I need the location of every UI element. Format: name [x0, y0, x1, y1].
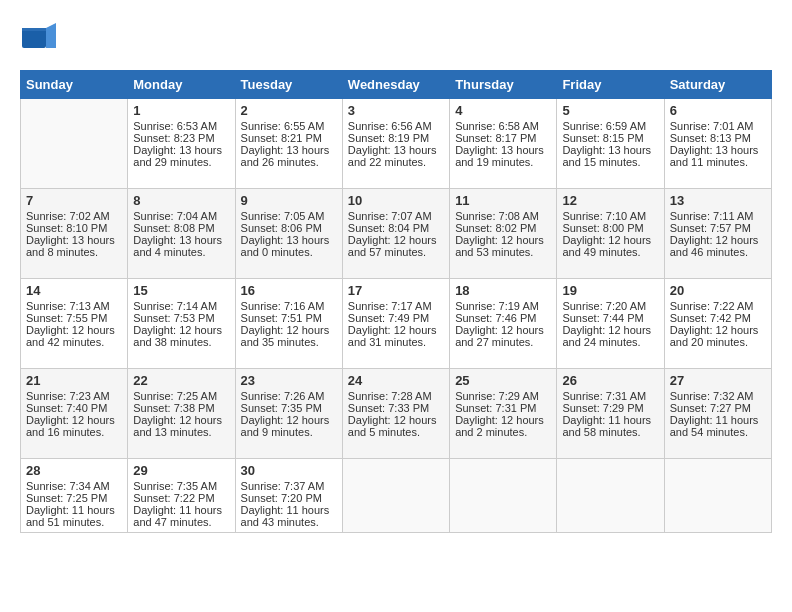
day-number: 4: [455, 103, 551, 118]
day-info-line: Sunset: 7:38 PM: [133, 402, 229, 414]
calendar-cell: [664, 459, 771, 533]
calendar-cell: [557, 459, 664, 533]
calendar-cell: 25Sunrise: 7:29 AMSunset: 7:31 PMDayligh…: [450, 369, 557, 459]
day-number: 22: [133, 373, 229, 388]
day-info-line: Daylight: 12 hours: [455, 414, 551, 426]
day-number: 28: [26, 463, 122, 478]
day-info-line: Sunrise: 6:56 AM: [348, 120, 444, 132]
day-info-line: Sunrise: 7:08 AM: [455, 210, 551, 222]
day-info-line: Sunrise: 7:26 AM: [241, 390, 337, 402]
calendar-week-2: 7Sunrise: 7:02 AMSunset: 8:10 PMDaylight…: [21, 189, 772, 279]
day-info-line: Sunset: 8:06 PM: [241, 222, 337, 234]
day-info-line: Daylight: 12 hours: [241, 414, 337, 426]
day-info-line: and 15 minutes.: [562, 156, 658, 168]
day-number: 13: [670, 193, 766, 208]
day-info-line: Daylight: 11 hours: [133, 504, 229, 516]
day-info-line: Sunrise: 7:31 AM: [562, 390, 658, 402]
day-info-line: and 54 minutes.: [670, 426, 766, 438]
day-number: 10: [348, 193, 444, 208]
weekday-header-wednesday: Wednesday: [342, 71, 449, 99]
day-info-line: and 31 minutes.: [348, 336, 444, 348]
day-info-line: Sunset: 8:19 PM: [348, 132, 444, 144]
day-info-line: and 13 minutes.: [133, 426, 229, 438]
svg-rect-2: [22, 28, 46, 31]
day-number: 30: [241, 463, 337, 478]
weekday-header-friday: Friday: [557, 71, 664, 99]
calendar-cell: 6Sunrise: 7:01 AMSunset: 8:13 PMDaylight…: [664, 99, 771, 189]
day-number: 18: [455, 283, 551, 298]
day-info-line: Sunrise: 7:04 AM: [133, 210, 229, 222]
day-info-line: Sunrise: 7:13 AM: [26, 300, 122, 312]
day-info-line: Daylight: 11 hours: [241, 504, 337, 516]
day-info-line: Sunset: 7:42 PM: [670, 312, 766, 324]
day-number: 7: [26, 193, 122, 208]
day-info-line: Sunrise: 7:25 AM: [133, 390, 229, 402]
day-number: 1: [133, 103, 229, 118]
day-info-line: Sunset: 7:33 PM: [348, 402, 444, 414]
calendar-cell: [21, 99, 128, 189]
day-info-line: Sunset: 7:29 PM: [562, 402, 658, 414]
day-info-line: Sunset: 8:15 PM: [562, 132, 658, 144]
calendar-cell: 18Sunrise: 7:19 AMSunset: 7:46 PMDayligh…: [450, 279, 557, 369]
day-info-line: Daylight: 12 hours: [670, 234, 766, 246]
day-number: 25: [455, 373, 551, 388]
day-info-line: Daylight: 12 hours: [26, 324, 122, 336]
day-info-line: and 43 minutes.: [241, 516, 337, 528]
calendar-cell: 27Sunrise: 7:32 AMSunset: 7:27 PMDayligh…: [664, 369, 771, 459]
day-number: 19: [562, 283, 658, 298]
day-info-line: Sunset: 7:40 PM: [26, 402, 122, 414]
day-info-line: Sunrise: 7:23 AM: [26, 390, 122, 402]
calendar-cell: 2Sunrise: 6:55 AMSunset: 8:21 PMDaylight…: [235, 99, 342, 189]
day-info-line: Sunrise: 7:07 AM: [348, 210, 444, 222]
day-info-line: Sunrise: 7:22 AM: [670, 300, 766, 312]
day-info-line: Sunset: 8:02 PM: [455, 222, 551, 234]
calendar-week-3: 14Sunrise: 7:13 AMSunset: 7:55 PMDayligh…: [21, 279, 772, 369]
day-info-line: and 58 minutes.: [562, 426, 658, 438]
day-info-line: Sunset: 8:17 PM: [455, 132, 551, 144]
weekday-header-thursday: Thursday: [450, 71, 557, 99]
calendar-cell: 26Sunrise: 7:31 AMSunset: 7:29 PMDayligh…: [557, 369, 664, 459]
day-info-line: Daylight: 13 hours: [133, 144, 229, 156]
day-info-line: and 26 minutes.: [241, 156, 337, 168]
day-info-line: Daylight: 11 hours: [670, 414, 766, 426]
calendar-cell: 30Sunrise: 7:37 AMSunset: 7:20 PMDayligh…: [235, 459, 342, 533]
day-info-line: Sunset: 7:51 PM: [241, 312, 337, 324]
day-number: 23: [241, 373, 337, 388]
calendar-cell: 19Sunrise: 7:20 AMSunset: 7:44 PMDayligh…: [557, 279, 664, 369]
day-number: 8: [133, 193, 229, 208]
day-info-line: Sunset: 7:27 PM: [670, 402, 766, 414]
day-info-line: Sunrise: 7:10 AM: [562, 210, 658, 222]
day-info-line: Sunrise: 7:20 AM: [562, 300, 658, 312]
day-info-line: and 47 minutes.: [133, 516, 229, 528]
calendar-cell: 23Sunrise: 7:26 AMSunset: 7:35 PMDayligh…: [235, 369, 342, 459]
day-info-line: Daylight: 11 hours: [26, 504, 122, 516]
day-info-line: and 42 minutes.: [26, 336, 122, 348]
calendar-body: 1Sunrise: 6:53 AMSunset: 8:23 PMDaylight…: [21, 99, 772, 533]
day-number: 24: [348, 373, 444, 388]
day-info-line: Daylight: 11 hours: [562, 414, 658, 426]
calendar-cell: 24Sunrise: 7:28 AMSunset: 7:33 PMDayligh…: [342, 369, 449, 459]
day-info-line: Sunrise: 7:01 AM: [670, 120, 766, 132]
calendar-cell: 5Sunrise: 6:59 AMSunset: 8:15 PMDaylight…: [557, 99, 664, 189]
day-number: 3: [348, 103, 444, 118]
day-number: 27: [670, 373, 766, 388]
calendar-cell: 21Sunrise: 7:23 AMSunset: 7:40 PMDayligh…: [21, 369, 128, 459]
day-info-line: Daylight: 12 hours: [670, 324, 766, 336]
calendar-cell: 29Sunrise: 7:35 AMSunset: 7:22 PMDayligh…: [128, 459, 235, 533]
day-info-line: Daylight: 12 hours: [348, 234, 444, 246]
calendar-cell: 15Sunrise: 7:14 AMSunset: 7:53 PMDayligh…: [128, 279, 235, 369]
day-info-line: Sunset: 7:25 PM: [26, 492, 122, 504]
calendar-table: SundayMondayTuesdayWednesdayThursdayFrid…: [20, 70, 772, 533]
calendar-cell: 17Sunrise: 7:17 AMSunset: 7:49 PMDayligh…: [342, 279, 449, 369]
svg-marker-1: [46, 23, 56, 48]
day-info-line: and 57 minutes.: [348, 246, 444, 258]
calendar-cell: 16Sunrise: 7:16 AMSunset: 7:51 PMDayligh…: [235, 279, 342, 369]
day-info-line: and 2 minutes.: [455, 426, 551, 438]
day-info-line: and 9 minutes.: [241, 426, 337, 438]
calendar-week-5: 28Sunrise: 7:34 AMSunset: 7:25 PMDayligh…: [21, 459, 772, 533]
calendar-cell: 9Sunrise: 7:05 AMSunset: 8:06 PMDaylight…: [235, 189, 342, 279]
day-info-line: Sunset: 7:53 PM: [133, 312, 229, 324]
logo: [20, 20, 60, 60]
day-number: 12: [562, 193, 658, 208]
day-info-line: Sunset: 8:23 PM: [133, 132, 229, 144]
